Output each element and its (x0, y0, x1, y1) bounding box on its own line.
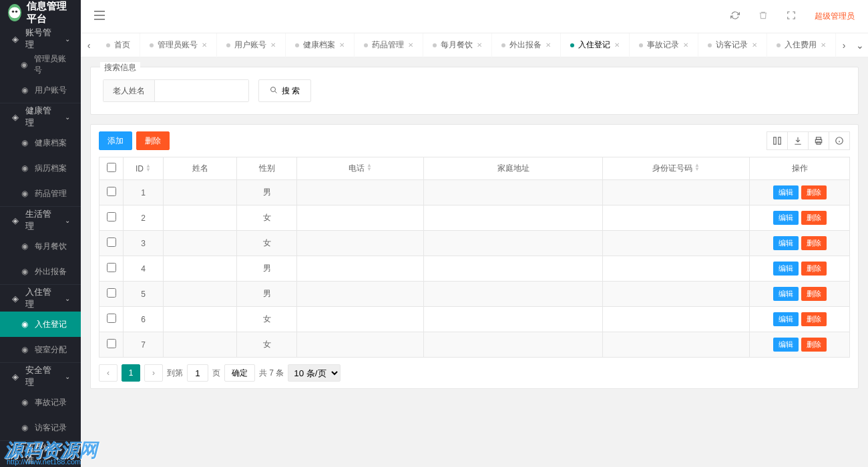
close-icon[interactable]: ✕ (202, 41, 207, 49)
name-input[interactable] (155, 80, 248, 101)
sidebar: 信息管理平台 ◈账号管理⌄◉管理员账号◉用户账号◈健康管理⌄◉健康档案◉病历档案… (0, 0, 81, 467)
col-id[interactable]: ID (136, 164, 144, 173)
menu-group-5[interactable]: ◈收费标准⌄ (0, 441, 81, 467)
tab-1[interactable]: 管理员账号✕ (140, 33, 217, 57)
row-delete-button[interactable]: 删除 (801, 236, 827, 250)
tab-4[interactable]: 药品管理✕ (355, 33, 423, 57)
columns-icon[interactable] (767, 131, 788, 150)
fullscreen-icon[interactable] (787, 11, 796, 22)
menu-group-3[interactable]: ◈入住管理⌄ (0, 285, 81, 312)
row-delete-button[interactable]: 删除 (801, 185, 827, 199)
close-icon[interactable]: ✕ (821, 41, 826, 49)
tab-10[interactable]: 入住费用✕ (767, 33, 836, 57)
tab-0[interactable]: 首页 (97, 33, 140, 57)
row-checkbox[interactable] (107, 212, 116, 221)
edit-button[interactable]: 编辑 (773, 338, 799, 352)
next-page[interactable]: › (144, 364, 163, 382)
sidebar-item-3-0[interactable]: ◉入住登记 (0, 312, 81, 337)
edit-button[interactable]: 编辑 (773, 262, 799, 276)
menu-group-2[interactable]: ◈生活管理⌄ (0, 207, 81, 234)
app-title: 信息管理平台 (27, 0, 73, 25)
prev-page[interactable]: ‹ (99, 364, 118, 382)
tabs-scroll-right[interactable]: › (836, 33, 852, 57)
search-button[interactable]: 搜 索 (258, 79, 311, 102)
menu-group-1[interactable]: ◈健康管理⌄ (0, 103, 81, 130)
sort-icon[interactable]: ▲▼ (367, 163, 372, 171)
cell-address (424, 180, 603, 205)
col-phone[interactable]: 电话 (349, 163, 365, 173)
close-icon[interactable]: ✕ (270, 41, 276, 49)
sidebar-item-1-2[interactable]: ◉药品管理 (0, 181, 81, 206)
edit-button[interactable]: 编辑 (773, 287, 799, 301)
edit-button[interactable]: 编辑 (773, 236, 799, 250)
row-delete-button[interactable]: 删除 (801, 287, 827, 301)
tab-5[interactable]: 每月餐饮✕ (423, 33, 492, 57)
cell-name (164, 282, 237, 307)
add-button[interactable]: 添加 (99, 131, 132, 150)
close-icon[interactable]: ✕ (339, 41, 345, 49)
edit-button[interactable]: 编辑 (773, 312, 799, 326)
row-checkbox[interactable] (107, 339, 116, 348)
tab-9[interactable]: 访客记录✕ (698, 33, 767, 57)
sidebar-item-2-1[interactable]: ◉外出报备 (0, 259, 81, 284)
refresh-icon[interactable] (730, 11, 740, 22)
dashboard-icon: ◉ (20, 189, 29, 198)
user-role[interactable]: 超级管理员 (815, 11, 855, 22)
tab-3[interactable]: 健康档案✕ (286, 33, 355, 57)
page-1[interactable]: 1 (122, 364, 140, 382)
row-checkbox[interactable] (107, 238, 116, 247)
tab-2[interactable]: 用户账号✕ (217, 33, 286, 57)
edit-button[interactable]: 编辑 (773, 211, 799, 225)
sidebar-item-0-0[interactable]: ◉管理员账号 (0, 52, 81, 77)
close-icon[interactable]: ✕ (614, 41, 620, 49)
sidebar-item-1-1[interactable]: ◉病历档案 (0, 155, 81, 181)
tab-7[interactable]: 入住登记✕ (561, 33, 630, 57)
sidebar-item-3-1[interactable]: ◉寝室分配 (0, 337, 81, 362)
sidebar-item-4-1[interactable]: ◉访客记录 (0, 415, 81, 440)
close-icon[interactable]: ✕ (683, 41, 688, 49)
dashboard-icon: ◉ (20, 85, 29, 95)
tabs-dropdown[interactable]: ⌄ (852, 33, 868, 57)
sidebar-item-1-0[interactable]: ◉健康档案 (0, 130, 81, 155)
menu-group-0[interactable]: ◈账号管理⌄ (0, 25, 81, 52)
select-all-checkbox[interactable] (107, 163, 116, 172)
row-delete-button[interactable]: 删除 (801, 211, 827, 225)
edit-button[interactable]: 编辑 (773, 185, 799, 199)
export-icon[interactable] (787, 131, 809, 150)
tab-8[interactable]: 事故记录✕ (630, 33, 698, 57)
cell-phone (297, 256, 424, 282)
page-size-select[interactable]: 10 条/页 (288, 364, 341, 382)
row-delete-button[interactable]: 删除 (801, 312, 827, 326)
menu-group-4[interactable]: ◈安全管理⌄ (0, 363, 81, 390)
goto-input[interactable] (187, 364, 208, 382)
info-icon[interactable] (829, 131, 850, 150)
row-checkbox[interactable] (107, 263, 116, 272)
row-checkbox[interactable] (107, 187, 116, 196)
row-delete-button[interactable]: 删除 (801, 338, 827, 352)
tab-6[interactable]: 外出报备✕ (492, 33, 561, 57)
close-icon[interactable]: ✕ (752, 41, 757, 49)
cell-id: 3 (124, 231, 164, 256)
row-checkbox[interactable] (107, 314, 116, 323)
batch-delete-button[interactable]: 删除 (136, 131, 170, 150)
sidebar-item-0-1[interactable]: ◉用户账号 (0, 77, 81, 103)
close-icon[interactable]: ✕ (546, 41, 551, 49)
tab-dot-icon (364, 43, 368, 47)
goto-confirm[interactable]: 确定 (224, 364, 255, 382)
sort-icon[interactable]: ▲▼ (694, 163, 700, 171)
row-checkbox[interactable] (107, 288, 116, 298)
sidebar-item-2-0[interactable]: ◉每月餐饮 (0, 234, 81, 259)
row-delete-button[interactable]: 删除 (801, 262, 827, 276)
table-row: 6女编辑删除 (99, 307, 850, 332)
print-icon[interactable] (808, 131, 829, 150)
delete-icon[interactable] (758, 11, 768, 22)
col-idcard[interactable]: 身份证号码 (652, 163, 692, 173)
close-icon[interactable]: ✕ (477, 41, 482, 49)
sidebar-item-4-0[interactable]: ◉事故记录 (0, 390, 81, 415)
sort-icon[interactable]: ▲▼ (146, 164, 151, 172)
close-icon[interactable]: ✕ (408, 41, 413, 49)
menu-toggle-icon[interactable] (94, 11, 105, 22)
menu-icon: ◈ (11, 450, 20, 459)
chevron-down-icon: ⌄ (65, 113, 70, 121)
tabs-scroll-left[interactable]: ‹ (81, 33, 97, 57)
